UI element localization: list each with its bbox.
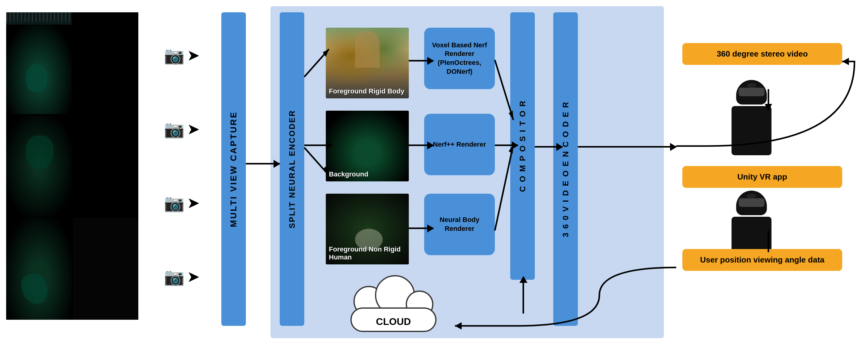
cameras-section: 📷 ➤ 📷 ➤ 📷 ➤ 📷 ➤ (151, 19, 212, 314)
stereo-video-label: 360 degree stereo video (717, 49, 808, 58)
arrow-panel-renderer-mid (409, 145, 433, 146)
svg-line-6 (495, 145, 513, 231)
arrow-icon-1: ➤ (187, 48, 199, 63)
foreground-rigid-body-label: Foreground Rigid Body (329, 87, 406, 95)
neural-body-renderer-label: Neural Body Renderer (429, 215, 490, 233)
video-cell-1 (6, 12, 72, 114)
voxel-nerf-renderer-label: Voxel Based Nerf Renderer (PlenOctrees, … (429, 41, 490, 76)
arrow-mvc-sne (246, 163, 280, 165)
cloud-shape: CLOUD (344, 283, 443, 332)
camera-icon-1: 📷 (164, 46, 184, 65)
right-section: 360 degree stereo video Unity VR app (676, 19, 861, 338)
unity-vr-app-label: Unity VR app (737, 172, 787, 181)
encoder-column: 3 6 0 V I D E O E N C O D E R (553, 12, 578, 326)
split-neural-encoder-column: SPLIT NEURAL ENCODER (280, 12, 304, 326)
image-panel-foreground-rigid: Foreground Rigid Body (326, 28, 409, 98)
multi-view-capture-column: MULTI VIEW CAPTURE (221, 12, 246, 326)
cloud-container: CLOUD (338, 277, 449, 338)
camera-row-3: 📷 ➤ (164, 194, 199, 213)
video-grid (6, 12, 138, 320)
arrow-icon-3: ➤ (187, 195, 199, 211)
nerfpp-renderer-box: Nerf++ Renderer (424, 114, 495, 175)
background-label: Background (329, 170, 406, 178)
camera-icon-3: 📷 (164, 194, 184, 213)
arrow-icon-4: ➤ (187, 269, 199, 285)
arrow-comp-encoder (535, 146, 562, 148)
camera-row-1: 📷 ➤ (164, 46, 199, 65)
camera-row-2: 📷 ➤ (164, 120, 199, 139)
arrow-cloud-encoder-vertical (523, 277, 524, 314)
arrow-sne-bot-svg (304, 145, 335, 184)
camera-row-4: 📷 ➤ (164, 267, 199, 287)
arrow-panel-renderer-top (409, 60, 433, 61)
stereo-video-box: 360 degree stereo video (682, 43, 842, 65)
arrow-sne-top-svg (304, 46, 335, 86)
video-cell-2 (73, 12, 138, 114)
arrow-encoder-right (578, 146, 676, 148)
vr-person-top (732, 80, 772, 155)
camera-icon-4: 📷 (164, 267, 184, 287)
cloud-label: CLOUD (376, 316, 411, 327)
nerfpp-renderer-label: Nerf++ Renderer (433, 140, 486, 149)
sne-label: SPLIT NEURAL ENCODER (287, 110, 297, 229)
mvc-label: MULTI VIEW CAPTURE (229, 111, 239, 227)
video-cell-6 (73, 218, 138, 320)
voxel-nerf-renderer-box: Voxel Based Nerf Renderer (PlenOctrees, … (424, 28, 495, 89)
user-position-label: User position viewing angle data (700, 255, 825, 264)
encoder-label: 3 6 0 V I D E O E N C O D E R (561, 101, 570, 237)
svg-line-4 (495, 60, 513, 120)
image-panel-background: Background (326, 111, 409, 181)
video-cell-5 (6, 218, 72, 320)
svg-marker-7 (509, 145, 513, 154)
camera-icon-2: 📷 (164, 120, 184, 139)
svg-marker-3 (323, 166, 329, 175)
unity-vr-app-box: Unity VR app (682, 166, 842, 188)
diagram-container: 📷 ➤ 📷 ➤ 📷 ➤ 📷 ➤ MULTI VIEW CAPTURE SPLIT… (0, 0, 868, 356)
foreground-non-rigid-label: Foreground Non Rigid Human (329, 245, 406, 261)
image-panel-foreground-nonrigid: Foreground Non Rigid Human (326, 194, 409, 264)
video-cell-3 (6, 115, 72, 217)
arrow-panel-renderer-bot (409, 228, 433, 229)
user-position-box: User position viewing angle data (682, 249, 842, 271)
neural-body-renderer-box: Neural Body Renderer (424, 194, 495, 255)
video-cell-4 (73, 115, 138, 217)
arrow-renderer-comp-bot (495, 117, 520, 234)
arrow-icon-2: ➤ (187, 121, 199, 137)
